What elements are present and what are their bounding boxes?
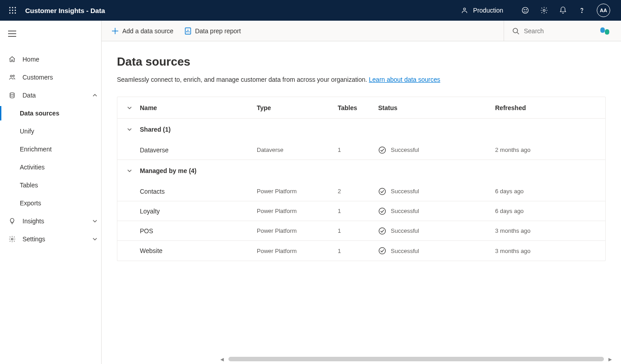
col-status[interactable]: Status	[378, 104, 495, 111]
cell-refreshed: 6 days ago	[495, 208, 597, 214]
sidebar-item-label: Home	[22, 56, 101, 63]
cell-type: Power Platform	[257, 188, 338, 195]
svg-point-9	[464, 8, 466, 10]
sidebar-item-data-sources[interactable]: Data sources	[0, 104, 101, 122]
svg-point-6	[9, 13, 11, 14]
sidebar-item-home[interactable]: Home	[0, 50, 101, 68]
cell-status: Successful	[378, 146, 495, 154]
search-box[interactable]	[504, 21, 586, 41]
cell-tables: 2	[338, 188, 378, 195]
sidebar-item-label: Activities	[20, 164, 101, 171]
svg-point-5	[15, 10, 16, 11]
environment-name: Production	[473, 7, 503, 14]
cell-type: Power Platform	[257, 208, 338, 214]
cell-name: Dataverse	[140, 146, 257, 154]
search-icon	[512, 27, 519, 35]
table-row[interactable]: Loyalty Power Platform 1 Successful 6 da…	[117, 201, 605, 221]
sidebar-item-data[interactable]: Data	[0, 86, 101, 104]
svg-point-14	[543, 9, 545, 12]
sidebar-item-enrichment[interactable]: Enrichment	[0, 140, 101, 158]
data-icon	[9, 92, 16, 99]
svg-point-32	[379, 188, 385, 194]
bell-icon[interactable]	[559, 6, 567, 14]
check-circle-icon	[378, 207, 386, 215]
app-title[interactable]: Customer Insights - Data	[25, 7, 105, 14]
search-input[interactable]	[524, 27, 578, 35]
svg-point-0	[9, 7, 11, 9]
col-tables[interactable]: Tables	[338, 104, 378, 111]
cmd-label: Data prep report	[195, 27, 241, 35]
svg-point-20	[13, 75, 14, 76]
sidebar-item-activities[interactable]: Activities	[0, 158, 101, 176]
data-sources-table: Name Type Tables Status Refreshed Shared…	[117, 97, 606, 261]
cell-status: Successful	[378, 187, 495, 195]
cell-type: Power Platform	[257, 248, 338, 254]
copilot-button[interactable]	[599, 25, 611, 37]
svg-point-21	[10, 93, 14, 94]
col-name[interactable]: Name	[140, 104, 257, 111]
cell-status: Successful	[378, 227, 495, 235]
svg-point-11	[522, 7, 528, 13]
sidebar-item-label: Data	[22, 92, 82, 99]
scroll-track[interactable]	[228, 357, 604, 361]
status-text: Successful	[391, 208, 419, 214]
sidebar: Home Customers Data Data sources Unify E…	[0, 21, 102, 364]
avatar[interactable]: AA	[597, 4, 610, 17]
environment-icon	[460, 6, 469, 14]
scroll-right-arrow[interactable]: ▶	[607, 357, 614, 362]
col-type[interactable]: Type	[257, 104, 338, 111]
svg-point-31	[379, 146, 385, 153]
group-header-shared[interactable]: Shared (1)	[117, 119, 605, 140]
sidebar-item-settings[interactable]: Settings	[0, 230, 101, 248]
svg-point-7	[12, 13, 13, 14]
sidebar-item-label: Insights	[22, 218, 82, 225]
sidebar-item-insights[interactable]: Insights	[0, 212, 101, 230]
cmd-label: Add a data source	[122, 27, 174, 35]
environment-picker[interactable]: Production	[460, 6, 503, 14]
data-prep-report-button[interactable]: Data prep report	[184, 27, 241, 35]
group-header-managed[interactable]: Managed by me (4)	[117, 160, 605, 182]
svg-point-35	[379, 248, 385, 254]
sidebar-item-label: Customers	[22, 74, 101, 81]
col-refreshed[interactable]: Refreshed	[495, 104, 597, 111]
table-row[interactable]: Dataverse Dataverse 1 Successful 2 month…	[117, 140, 605, 160]
chevron-down-icon[interactable]	[127, 105, 132, 111]
status-text: Successful	[391, 146, 419, 153]
cell-type: Power Platform	[257, 227, 338, 234]
cell-refreshed: 3 months ago	[495, 227, 597, 234]
status-text: Successful	[391, 188, 419, 195]
group-title: Shared (1)	[140, 126, 257, 133]
learn-link[interactable]: Learn about data sources	[369, 76, 440, 83]
table-row[interactable]: Website Power Platform 1 Successful 3 mo…	[117, 241, 605, 261]
svg-point-13	[526, 9, 527, 10]
cell-name: Contacts	[140, 188, 257, 195]
status-text: Successful	[391, 227, 419, 234]
sidebar-item-customers[interactable]: Customers	[0, 68, 101, 86]
sidebar-item-label: Tables	[20, 182, 101, 189]
report-icon	[184, 27, 192, 35]
cell-status: Successful	[378, 247, 495, 255]
scroll-left-arrow[interactable]: ◀	[219, 357, 226, 362]
svg-point-4	[12, 10, 13, 11]
chevron-down-icon	[92, 236, 98, 242]
customers-icon	[9, 74, 16, 81]
check-circle-icon	[378, 187, 386, 195]
hamburger-icon[interactable]	[8, 31, 16, 37]
horizontal-scrollbar[interactable]: ◀ ▶	[219, 356, 614, 362]
sidebar-item-exports[interactable]: Exports	[0, 194, 101, 212]
plus-icon	[112, 27, 119, 35]
sidebar-item-tables[interactable]: Tables	[0, 176, 101, 194]
check-circle-icon	[378, 227, 386, 235]
table-row[interactable]: POS Power Platform 1 Successful 3 months…	[117, 221, 605, 241]
cell-name: Loyalty	[140, 208, 257, 215]
sidebar-item-unify[interactable]: Unify	[0, 122, 101, 140]
smiley-icon[interactable]	[521, 6, 529, 14]
table-row[interactable]: Contacts Power Platform 2 Successful 6 d…	[117, 182, 605, 201]
gear-icon[interactable]	[540, 6, 548, 14]
add-data-source-button[interactable]: Add a data source	[112, 27, 174, 35]
waffle-button[interactable]	[4, 7, 22, 14]
help-icon[interactable]	[578, 6, 586, 14]
gear-icon	[9, 235, 16, 243]
cell-tables: 1	[338, 227, 378, 234]
cell-tables: 1	[338, 146, 378, 153]
